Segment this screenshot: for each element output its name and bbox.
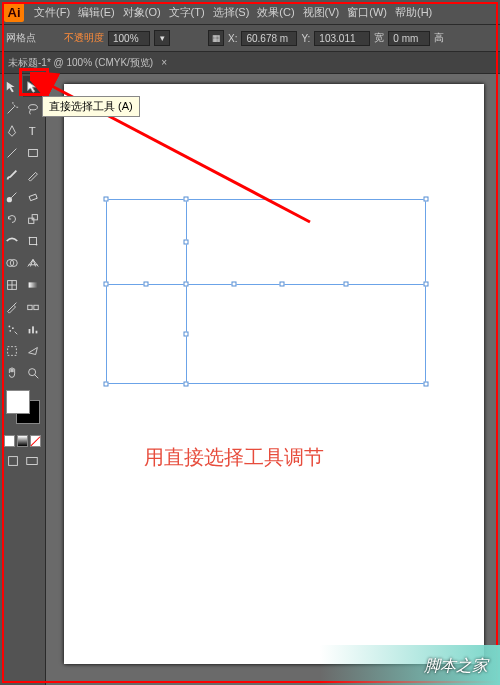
svg-point-26: [29, 368, 36, 375]
menu-window[interactable]: 窗口(W): [343, 5, 391, 20]
pencil-tool[interactable]: [23, 164, 43, 185]
svg-rect-8: [30, 237, 37, 244]
document-tab[interactable]: 未标题-1* @ 100% (CMYK/预览) ×: [0, 52, 500, 74]
screen-mode-row: [2, 450, 43, 472]
artboard[interactable]: 用直接选择工具调节: [64, 84, 484, 664]
x-label: X:: [228, 33, 237, 44]
w-label: 宽: [374, 31, 384, 45]
close-tab-icon[interactable]: ×: [161, 57, 167, 68]
menu-text[interactable]: 文字(T): [165, 5, 209, 20]
svg-rect-23: [32, 326, 34, 333]
watermark-text: 脚本之家: [424, 656, 488, 677]
type-tool[interactable]: T: [23, 120, 43, 141]
menubar: Ai 文件(F) 编辑(E) 对象(O) 文字(T) 选择(S) 效果(C) 视…: [0, 0, 500, 24]
document-title: 未标题-1* @ 100% (CMYK/预览): [8, 56, 153, 70]
anchor-label: 网格点: [6, 31, 36, 45]
canvas-area[interactable]: 用直接选择工具调节: [46, 74, 500, 685]
fill-stroke-swatches[interactable]: [2, 384, 43, 432]
menu-view[interactable]: 视图(V): [299, 5, 344, 20]
blob-brush-tool[interactable]: [2, 186, 22, 207]
menu-effect[interactable]: 效果(C): [253, 5, 298, 20]
svg-rect-7: [32, 214, 37, 219]
artboard-tool[interactable]: [2, 340, 22, 361]
tools-panel: T: [0, 74, 46, 685]
svg-rect-29: [27, 458, 38, 465]
svg-point-0: [29, 104, 38, 109]
column-graph-tool[interactable]: [23, 318, 43, 339]
menu-edit[interactable]: 编辑(E): [74, 5, 119, 20]
y-label: Y:: [301, 33, 310, 44]
zoom-tool[interactable]: [23, 362, 43, 383]
color-mode-row: [2, 433, 43, 449]
rectangle-tool[interactable]: [23, 142, 43, 163]
menu-select[interactable]: 选择(S): [209, 5, 254, 20]
y-field[interactable]: [314, 31, 370, 46]
tool-tooltip: 直接选择工具 (A): [42, 96, 140, 117]
magic-wand-tool[interactable]: [2, 98, 22, 119]
svg-rect-24: [36, 330, 38, 333]
eyedropper-tool[interactable]: [2, 296, 22, 317]
canvas-annotation-text: 用直接选择工具调节: [144, 444, 324, 471]
color-mode-gradient[interactable]: [17, 435, 28, 447]
eraser-tool[interactable]: [23, 186, 43, 207]
draw-mode-icon[interactable]: [4, 452, 22, 470]
selection-tool[interactable]: [2, 76, 22, 97]
line-tool[interactable]: [2, 142, 22, 163]
scale-tool[interactable]: [23, 208, 43, 229]
svg-point-20: [12, 327, 14, 329]
color-mode-none[interactable]: [30, 435, 41, 447]
menu-file[interactable]: 文件(F): [30, 5, 74, 20]
mesh-tool[interactable]: [2, 274, 22, 295]
pen-tool[interactable]: [2, 120, 22, 141]
svg-rect-16: [29, 282, 38, 287]
svg-rect-5: [29, 194, 37, 201]
options-bar: 网格点 不透明度 ▾ ▦ X: Y: 宽 高: [0, 24, 500, 52]
selected-grid-object[interactable]: [106, 199, 426, 384]
color-mode-solid[interactable]: [4, 435, 15, 447]
h-label: 高: [434, 31, 444, 45]
w-field[interactable]: [388, 31, 430, 46]
gradient-tool[interactable]: [23, 274, 43, 295]
screen-mode-icon[interactable]: [24, 452, 42, 470]
svg-line-2: [8, 148, 17, 157]
slice-tool[interactable]: [23, 340, 43, 361]
fill-swatch[interactable]: [6, 390, 30, 414]
opacity-label: 不透明度: [64, 31, 104, 45]
dropdown-icon[interactable]: ▾: [154, 30, 170, 46]
symbol-sprayer-tool[interactable]: [2, 318, 22, 339]
free-transform-tool[interactable]: [23, 230, 43, 251]
hand-tool[interactable]: [2, 362, 22, 383]
direct-selection-tool[interactable]: [23, 76, 43, 97]
workspace: T: [0, 74, 500, 685]
svg-line-27: [35, 374, 39, 378]
zoom-field[interactable]: [108, 31, 150, 46]
svg-point-21: [9, 329, 11, 331]
svg-rect-17: [28, 305, 32, 309]
svg-point-19: [9, 325, 11, 327]
svg-rect-28: [8, 457, 17, 466]
svg-text:T: T: [29, 125, 36, 137]
menu-help[interactable]: 帮助(H): [391, 5, 436, 20]
svg-point-10: [36, 243, 38, 245]
app-logo-icon: Ai: [4, 2, 24, 22]
svg-rect-25: [8, 346, 17, 355]
lasso-tool[interactable]: [23, 98, 43, 119]
svg-rect-22: [29, 329, 31, 333]
x-field[interactable]: [241, 31, 297, 46]
paintbrush-tool[interactable]: [2, 164, 22, 185]
svg-rect-6: [29, 218, 34, 223]
rotate-tool[interactable]: [2, 208, 22, 229]
svg-rect-18: [34, 305, 38, 309]
svg-point-9: [29, 236, 31, 238]
width-tool[interactable]: [2, 230, 22, 251]
menu-object[interactable]: 对象(O): [119, 5, 165, 20]
perspective-grid-tool[interactable]: [23, 252, 43, 273]
svg-rect-3: [29, 149, 38, 156]
blend-tool[interactable]: [23, 296, 43, 317]
transform-icon[interactable]: ▦: [208, 30, 224, 46]
shape-builder-tool[interactable]: [2, 252, 22, 273]
